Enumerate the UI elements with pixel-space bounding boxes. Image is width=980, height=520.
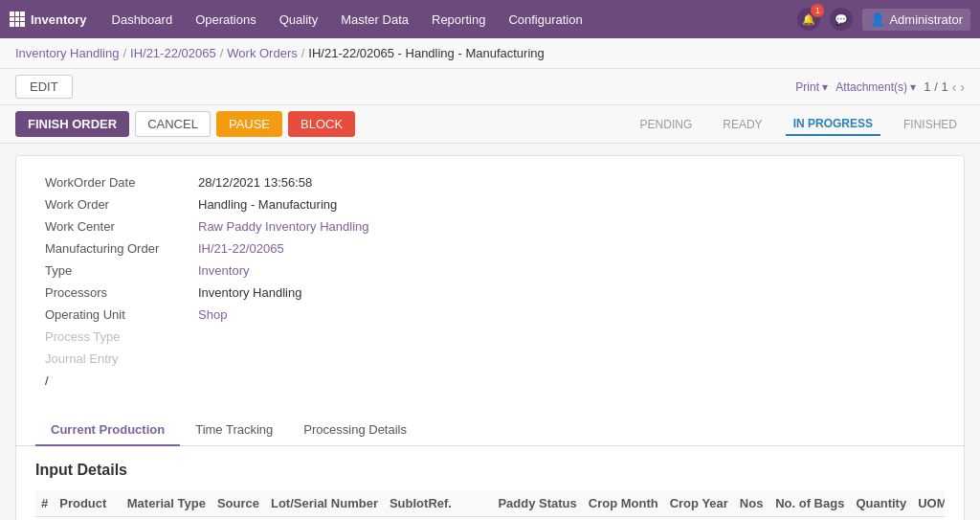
notification-icon[interactable]: 🔔 1 <box>797 8 820 31</box>
cell-num: 1 <box>35 517 54 521</box>
action-bar-left: EDIT <box>15 75 73 99</box>
notification-badge: 1 <box>811 4 824 17</box>
breadcrumb-item-3[interactable]: Work Orders <box>227 46 297 60</box>
nav-quality[interactable]: Quality <box>270 9 327 31</box>
col-source: Source <box>212 490 265 517</box>
form-section: WorkOrder Date 28/12/2021 13:56:58 Work … <box>16 156 964 415</box>
cell-crop-year: 2020 <box>664 517 734 521</box>
col-lot-serial: Lot/Serial Number <box>265 490 384 517</box>
workorder-date-label: WorkOrder Date <box>45 175 198 190</box>
col-subiot-ref: SubIotRef. <box>384 490 492 517</box>
col-quantity: Quantity <box>850 490 912 517</box>
table-row: 1 xyz paddy MG/Stock L - 0000031 L - 000… <box>35 517 945 521</box>
user-menu[interactable]: 👤 Administrator <box>862 9 970 31</box>
nav-dashboard[interactable]: Dashboard <box>102 9 183 31</box>
manufacturing-order-value[interactable]: IH/21-22/02065 <box>198 241 284 256</box>
breadcrumb-item-1[interactable]: Inventory Handling <box>15 46 119 60</box>
form-row-type: Type Inventory <box>45 263 935 278</box>
col-paddy-status: Paddy Status <box>492 490 582 517</box>
form-row-journal-entry: Journal Entry <box>45 351 935 366</box>
status-ready: READY <box>715 114 769 135</box>
tab-current-production[interactable]: Current Production <box>35 415 180 446</box>
form-row-processors: Processors Inventory Handling <box>45 285 935 300</box>
col-crop-year: Crop Year <box>664 490 734 517</box>
cell-subiot-ref: L - 0000031/1/1/1 <box>384 517 492 521</box>
col-material-type: Material Type <box>122 490 212 517</box>
col-uom: UOM <box>912 490 945 517</box>
table-header-row: # Product Material Type Source Lot/Seria… <box>35 490 945 517</box>
status-bar: FINISH ORDER CANCEL PAUSE BLOCK PENDING … <box>0 105 980 144</box>
form-row-work-order: Work Order Handling - Manufacturing <box>45 197 935 212</box>
page-info: 1 / 1 <box>924 79 947 94</box>
status-steps: PENDING READY IN PROGRESS FINISHED <box>633 113 965 136</box>
page-nav: 1 / 1 ‹ › <box>924 79 965 95</box>
col-crop-month: Crop Month <box>583 490 664 517</box>
journal-entry-label: Journal Entry <box>45 351 198 366</box>
app-logo: Inventory <box>10 11 87 27</box>
table-header: # Product Material Type Source Lot/Seria… <box>35 490 945 517</box>
cell-product: xyz paddy <box>54 517 122 521</box>
table-scroll-container: # Product Material Type Source Lot/Seria… <box>35 490 945 520</box>
form-row-manufacturing-order: Manufacturing Order IH/21-22/02065 <box>45 241 935 256</box>
breadcrumb-item-2[interactable]: IH/21-22/02065 <box>130 46 216 60</box>
input-details-table: # Product Material Type Source Lot/Seria… <box>35 490 945 520</box>
finish-order-button[interactable]: FINISH ORDER <box>15 111 129 137</box>
next-page-button[interactable]: › <box>960 79 965 95</box>
cell-quantity: 10.000 <box>850 517 912 521</box>
work-center-value[interactable]: Raw Paddy Inventory Handling <box>198 219 369 234</box>
breadcrumb-current: IH/21-22/02065 - Handling - Manufacturin… <box>308 46 544 60</box>
main-content: WorkOrder Date 28/12/2021 13:56:58 Work … <box>15 155 965 520</box>
edit-button[interactable]: EDIT <box>15 75 73 99</box>
operating-unit-value[interactable]: Shop <box>198 307 227 322</box>
col-no-bags: No. of Bags <box>769 490 850 517</box>
cell-nos: 0.00 <box>734 517 769 521</box>
operating-unit-label: Operating Unit <box>45 307 198 322</box>
tab-processing-details[interactable]: Processing Details <box>288 415 422 446</box>
tab-time-tracking[interactable]: Time Tracking <box>180 415 288 446</box>
cell-paddy-status: R.W.UC <box>492 517 582 521</box>
form-row-work-center: Work Center Raw Paddy Inventory Handling <box>45 219 935 234</box>
processors-label: Processors <box>45 285 198 300</box>
topnav-menu: Dashboard Operations Quality Master Data… <box>102 9 592 31</box>
form-row-operating-unit: Operating Unit Shop <box>45 307 935 322</box>
cell-lot-serial: L - 0000031 <box>265 517 384 521</box>
app-title: Inventory <box>31 12 87 27</box>
block-button[interactable]: BLOCK <box>288 111 355 137</box>
form-row-slash: / <box>45 373 935 388</box>
cell-crop-month: July <box>583 517 664 521</box>
user-name: Administrator <box>889 12 963 27</box>
col-product: Product <box>54 490 122 517</box>
topnav-right: 🔔 1 💬 👤 Administrator <box>797 8 970 31</box>
attachment-button[interactable]: Attachment(s) ▾ <box>835 80 916 94</box>
status-in-progress: IN PROGRESS <box>786 113 880 136</box>
status-buttons: FINISH ORDER CANCEL PAUSE BLOCK <box>15 111 355 137</box>
cell-source <box>212 517 265 521</box>
grid-icon <box>10 11 25 27</box>
pause-button[interactable]: PAUSE <box>216 111 282 137</box>
form-row-workorder-date: WorkOrder Date 28/12/2021 13:56:58 <box>45 175 935 190</box>
prev-page-button[interactable]: ‹ <box>952 79 957 95</box>
nav-reporting[interactable]: Reporting <box>422 9 495 31</box>
cancel-button[interactable]: CANCEL <box>135 111 211 137</box>
cell-uom: Quintal <box>912 517 945 521</box>
nav-master-data[interactable]: Master Data <box>331 9 418 31</box>
workorder-date-value: 28/12/2021 13:56:58 <box>198 175 312 190</box>
form-row-process-type: Process Type <box>45 329 935 344</box>
breadcrumb-sep-3: / <box>301 46 305 60</box>
chat-icon[interactable]: 💬 <box>830 8 853 31</box>
table-section: Input Details # Product Material Type So… <box>16 446 964 520</box>
cell-no-bags: 0.00 <box>769 517 850 521</box>
type-value[interactable]: Inventory <box>198 263 249 278</box>
nav-operations[interactable]: Operations <box>186 9 266 31</box>
table-body: 1 xyz paddy MG/Stock L - 0000031 L - 000… <box>35 517 945 521</box>
action-bar: EDIT Print ▾ Attachment(s) ▾ 1 / 1 ‹ › <box>0 69 980 105</box>
col-nos: Nos <box>734 490 769 517</box>
process-type-label: Process Type <box>45 329 198 344</box>
print-button[interactable]: Print ▾ <box>795 80 828 94</box>
status-pending: PENDING <box>633 114 701 135</box>
cell-material-type: MG/Stock <box>122 517 212 521</box>
tabs: Current Production Time Tracking Process… <box>16 415 964 446</box>
user-avatar-icon: 👤 <box>870 12 885 27</box>
nav-configuration[interactable]: Configuration <box>499 9 591 31</box>
breadcrumb-sep-1: / <box>122 46 126 60</box>
